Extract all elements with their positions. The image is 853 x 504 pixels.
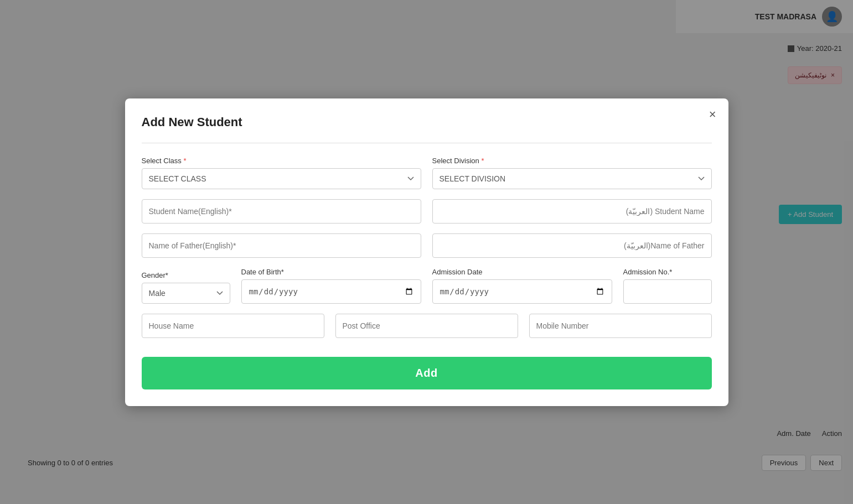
add-button[interactable]: Add: [142, 357, 712, 389]
select-division-label: Select Division *: [432, 157, 712, 165]
dob-input[interactable]: [241, 279, 421, 304]
post-office-input[interactable]: [335, 314, 518, 338]
select-class-dropdown[interactable]: SELECT CLASS: [142, 168, 421, 189]
father-name-ar-group: [432, 233, 712, 258]
admission-date-group: Admission Date: [432, 268, 612, 304]
admission-no-input[interactable]: [623, 279, 712, 304]
admission-date-input[interactable]: [432, 279, 612, 304]
student-name-ar-input[interactable]: [432, 199, 712, 224]
admission-date-label: Admission Date: [432, 268, 612, 276]
gender-group: Gender* Male Female: [142, 271, 230, 304]
admission-no-label: Admission No.*: [623, 268, 712, 276]
modal-overlay: Add New Student × Select Class * SELECT …: [0, 0, 853, 504]
father-name-ar-input[interactable]: [432, 233, 712, 258]
house-name-group: [142, 314, 324, 338]
add-student-modal: Add New Student × Select Class * SELECT …: [125, 98, 728, 406]
post-office-group: [335, 314, 518, 338]
select-division-group: Select Division * SELECT DIVISION: [432, 157, 712, 189]
select-class-label: Select Class *: [142, 157, 421, 165]
modal-divider: [142, 143, 712, 143]
class-division-row: Select Class * SELECT CLASS Select Divis…: [142, 157, 712, 189]
select-class-group: Select Class * SELECT CLASS: [142, 157, 421, 189]
admission-no-group: Admission No.*: [623, 268, 712, 304]
address-row: [142, 314, 712, 338]
select-division-dropdown[interactable]: SELECT DIVISION: [432, 168, 712, 189]
house-name-input[interactable]: [142, 314, 324, 338]
student-name-en-input[interactable]: [142, 199, 421, 224]
mobile-number-input[interactable]: [529, 314, 712, 338]
gender-select[interactable]: Male Female: [142, 283, 230, 304]
student-name-row: [142, 199, 712, 224]
gender-label: Gender*: [142, 271, 230, 279]
student-name-ar-group: [432, 199, 712, 224]
student-name-en-group: [142, 199, 421, 224]
dob-label: Date of Birth*: [241, 268, 421, 276]
dob-group: Date of Birth*: [241, 268, 421, 304]
modal-close-button[interactable]: ×: [709, 108, 716, 121]
modal-title: Add New Student: [142, 115, 712, 129]
father-name-en-input[interactable]: [142, 233, 421, 258]
mobile-number-group: [529, 314, 712, 338]
father-name-row: [142, 233, 712, 258]
gender-dob-row: Gender* Male Female Date of Birth* Admis…: [142, 268, 712, 304]
father-name-en-group: [142, 233, 421, 258]
